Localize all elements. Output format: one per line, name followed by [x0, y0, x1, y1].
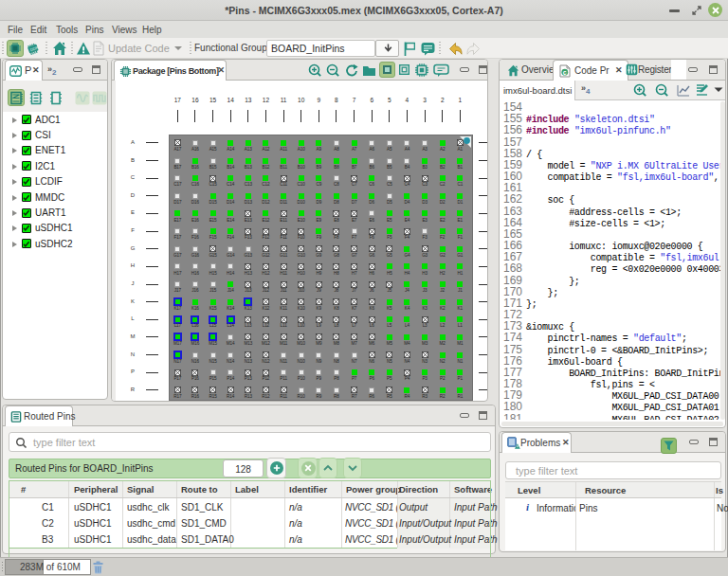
svg-text:c: c [563, 69, 567, 76]
